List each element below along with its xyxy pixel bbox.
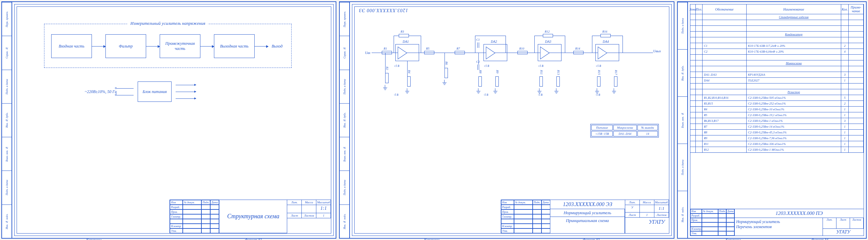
resistor: R1: [382, 51, 392, 54]
block-psu: Блок питания: [138, 81, 172, 102]
resistor: R17: [614, 76, 617, 87]
resistor: R4: [407, 76, 411, 87]
side-column: Перв. примен. Справ. № Подп. и дата Инв.…: [2, 2, 12, 238]
table-row: [690, 37, 864, 43]
drawing-code-mirrored: 1203.XXXXXX.000 ЭЗ: [359, 7, 408, 13]
resistor: R3: [399, 34, 409, 37]
table-row: R5С2-33Н-0,25Вт-19,1 кОм±1%1: [690, 112, 864, 118]
resistor: R11: [539, 76, 543, 87]
table-row: Стандартные изделия: [690, 14, 864, 20]
titleblock-signatures: Изм№ докум.Подп.Дата Разраб. Пров. Т.кон…: [170, 200, 219, 233]
sidecell: Справ. №: [2, 36, 12, 69]
arrow-icon: [200, 46, 214, 47]
title-block: Изм№ докум.Подп.Дата Разраб. Пров. Т.кон…: [501, 200, 669, 234]
table-row: R9С2-33Н-0,25Вт-7,96 кОм±1%1: [690, 135, 864, 141]
psu-area: ~220В±10%, 50 Гц Блок питания: [85, 81, 196, 102]
title-block: Изм№ докум.Подп.Дата Разраб. Пров. Н.кон…: [690, 209, 864, 236]
table-row: R3,R15С2-33Н-0,25Вт-252 кОм±1%2: [690, 101, 864, 107]
ground-icon: [442, 82, 447, 86]
ground-icon: [476, 91, 481, 94]
resistor: R7: [455, 51, 465, 54]
table-row: Резистор: [690, 89, 864, 95]
drawing-area: Измерительный усилитель напряжения Входн…: [14, 4, 334, 236]
block-input: Входная часть: [51, 34, 92, 58]
input-label: Uвх: [365, 51, 370, 55]
table-row: DA1–DA3КР140УД26А3: [690, 72, 864, 78]
sidecell: Подп. и дата: [2, 170, 12, 204]
sheet-footer: Копировал Формат A4: [690, 238, 864, 240]
resistor: R6: [445, 68, 448, 78]
drawing-area: 1203.XXXXXX.000 ЭЗ Uвх Uвых DA1 R1 R3 R5…: [352, 4, 671, 236]
table-row: [690, 20, 864, 26]
title-block: Изм№ докум.Подп.Дата Разраб. Пров. Т.кон…: [170, 200, 331, 234]
opamp-da4: DA4: [595, 44, 619, 61]
ground-icon: [382, 88, 388, 91]
titleblock-signatures: Изм№ докум.Подп.Дата Разраб. Пров. Т.кон…: [501, 200, 550, 233]
arrow-icon: [255, 46, 268, 47]
sheet-structural: Перв. примен. Справ. № Подп. и дата Инв.…: [1, 1, 336, 239]
parts-list-body: Стандартные изделияКонденсаторC1К10-17Б-…: [690, 14, 864, 209]
sidecell: Инв. № подл.: [2, 204, 12, 238]
table-row: R1,R2,R10,R14,R16С2-33Н-0,25Вт-505 кОм±1…: [690, 95, 864, 101]
group-title: Измерительный усилитель напряжения: [127, 21, 208, 26]
opamp-da3: DA3: [538, 44, 561, 61]
output-label: Uвых: [653, 49, 661, 53]
resistor: R13: [556, 76, 560, 87]
ground-icon: [405, 91, 410, 94]
resistor: R15: [597, 76, 600, 87]
ground-icon: [554, 91, 559, 94]
block-filter: Фильтр: [105, 34, 146, 58]
table-row: DA4TLE20271: [690, 78, 864, 84]
capacitor: C1: [477, 42, 480, 48]
resistor: R9: [495, 76, 499, 87]
sidecell: Инв. № дубл.: [2, 103, 12, 137]
amplifier-group: Измерительный усилитель напряжения Входн…: [44, 24, 292, 68]
resistor: R12: [543, 34, 553, 37]
drawing-area: Зона Поз. Обозначение Наименование Кол. …: [690, 4, 864, 236]
opamp-da2: DA2: [484, 44, 507, 61]
opamp-da1: DA1: [395, 44, 419, 61]
table-row: R8С2-33Н-0,25Вт-45,3 кОм±1%1: [690, 130, 864, 135]
psu-input-label: ~220В±10%, 50 Гц: [85, 89, 117, 94]
resistor: R5: [424, 51, 434, 54]
resistor: R16: [600, 34, 611, 37]
psu-output-wires: [176, 81, 196, 102]
organization: УГАТУ: [625, 218, 669, 226]
table-row: Микросхема: [690, 60, 864, 66]
table-row: R7С2-33Н-0,25Вт-14 кОм±1%1: [690, 124, 864, 130]
sheet-parts-list: Подп. и дата Инв. № дубл. Взам. инв. № П…: [677, 1, 867, 239]
titleblock-signatures: Изм№ докум.Подп.Дата Разраб. Пров. Н.кон…: [690, 209, 734, 236]
sidecell: Подп. и дата: [2, 70, 12, 103]
circuit-diagram: Uвх Uвых DA1 R1 R3 R5 R2 R4: [375, 31, 648, 115]
drawing-code: 1203.XXXXXX.000 ЭЗ: [550, 200, 625, 209]
power-table: ПитаниеМикросхема№ вывода +15В -15ВDA1–D…: [590, 124, 658, 137]
sheet-schematic: Перв. примен. Справ. № Подп. и дата Инв.…: [339, 1, 674, 239]
table-row: [690, 55, 864, 60]
capacitor: C2: [477, 64, 480, 70]
table-row: [690, 84, 864, 89]
sheet-footer: Копировал Формат A3: [15, 238, 333, 240]
table-row: [690, 26, 864, 32]
block-output: Выходная часть: [214, 34, 255, 58]
sidecell: Взам. инв. №: [2, 137, 12, 170]
resistor: R10: [517, 51, 528, 54]
output-label: Выход: [272, 44, 282, 49]
table-row: C2К10-17Б-63В-6,04пФ ± 20%4: [690, 49, 864, 55]
block-intermediate: Промежуточная часть: [160, 34, 200, 58]
resistor: R14: [573, 51, 584, 54]
table-row: C1К10-17Б-63В-117,2пФ ± 20%2: [690, 43, 864, 49]
resistor: R8: [478, 76, 482, 87]
drawing-code: 1203.XXXXXX.000 ПЭ: [735, 209, 864, 218]
arrow-icon: [146, 46, 160, 47]
ground-icon: [493, 91, 498, 94]
ground-icon: [611, 91, 617, 94]
table-row: R11С2-33Н-0,25Вт-336 кОм±1%1: [690, 141, 864, 147]
table-row: Конденсатор: [690, 32, 864, 37]
arrow-icon: [92, 46, 105, 47]
table-row: R6,R13,R17С2-33Н-0,25Вт-1 кОм±1%3: [690, 118, 864, 124]
side-column: Подп. и дата Инв. № дубл. Взам. инв. № П…: [678, 2, 688, 238]
side-column: Перв. примен. Справ. № Подп. и дата Инв.…: [340, 2, 350, 238]
resistor: R2: [385, 73, 389, 83]
sheet-footer: Копировал Формат A3: [352, 238, 671, 240]
sidecell: Перв. примен.: [2, 2, 12, 36]
